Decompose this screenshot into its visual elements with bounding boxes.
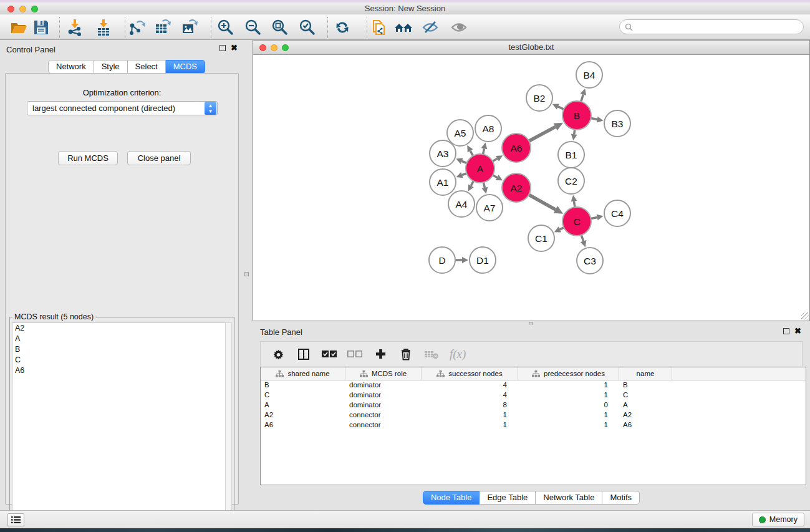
table-row[interactable]: Bdominator41B [261,380,806,390]
graph-node-label: A7 [484,203,496,213]
column-visibility-icon[interactable] [296,347,311,362]
search-field[interactable] [619,19,804,34]
close-panel-button[interactable]: Close panel [127,151,191,165]
table-cell: A2 [619,410,672,420]
tab-network[interactable]: Network [48,60,94,74]
tab-network-table[interactable]: Network Table [536,491,602,505]
table-cell: 4 [422,390,518,400]
duplicate-network-icon[interactable] [369,17,389,37]
show-details-icon[interactable] [449,17,469,37]
mcds-result-item[interactable]: A [12,334,226,344]
node-table[interactable]: shared nameMCDS rolesuccessor nodesprede… [260,367,806,485]
select-all-icon[interactable] [322,347,337,362]
network-window-titlebar[interactable]: testGlobe.txt [253,41,809,55]
home-networks-icon[interactable] [393,17,413,37]
mcds-result-item[interactable]: A6 [12,365,226,376]
run-mcds-button[interactable]: Run MCDS [58,151,118,165]
network-graph[interactable]: AA1A2A3A4A5A6A7A8BB1B2B3B4CC1C2C3C4DD1 [253,55,809,321]
delete-table-icon [424,347,439,362]
mcds-result-item[interactable]: A2 [12,323,226,334]
tab-edge-table[interactable]: Edge Table [480,491,536,505]
graph-node-label: C2 [565,176,577,186]
deselect-all-icon[interactable] [347,347,362,362]
vertical-split-grip[interactable] [244,272,249,276]
save-session-icon[interactable] [31,17,51,37]
table-cell: 1 [518,390,619,400]
zoom-selected-icon[interactable] [297,17,317,37]
table-cell: C [261,390,345,400]
zoom-in-icon[interactable] [215,17,235,37]
network-maximize-button[interactable] [282,44,289,51]
table-settings-icon[interactable] [271,347,286,362]
memory-button[interactable]: Memory [752,513,804,526]
mcds-result-title: MCDS result (5 nodes) [12,312,95,321]
memory-label: Memory [769,515,798,524]
toolbar-separator [211,17,211,38]
export-table-icon[interactable] [153,17,173,37]
control-panel-tabs: NetworkStyleSelectMCDS [48,60,205,74]
add-column-icon[interactable] [373,347,388,362]
network-canvas[interactable]: AA1A2A3A4A5A6A7A8BB1B2B3B4CC1C2C3C4DD1 [253,55,809,321]
close-panel-icon[interactable]: ✖ [231,45,238,51]
application-window: Session: New Session [0,0,810,532]
tab-mcds[interactable]: MCDS [166,60,205,74]
import-table-icon[interactable] [94,17,113,37]
session-titlebar: Session: New Session [0,2,810,14]
mcds-result-group: MCDS result (5 nodes) A2ABCA6 [9,317,234,529]
window-resize-grip[interactable] [801,312,809,320]
column-header-label: predecessor nodes [544,370,605,377]
column-header-name[interactable]: name [619,367,672,380]
criterion-dropdown[interactable]: largest connected component (directed) ▲… [27,101,218,115]
table-row[interactable]: A2connector11A2 [261,410,806,420]
table-row[interactable]: Adominator80A [261,400,806,410]
task-history-button[interactable] [7,513,24,526]
control-panel-window-buttons: ✖ [219,45,238,51]
column-header-label: successor nodes [448,370,502,377]
import-network-icon[interactable] [65,17,85,37]
float-panel-icon[interactable] [219,45,226,51]
close-window-button[interactable] [7,6,14,12]
network-minimize-button[interactable] [271,44,277,51]
table-row[interactable]: Cdominator41C [261,390,806,400]
graph-edge-arrowhead [481,187,488,194]
graph-node-label: D [438,255,445,266]
tab-style[interactable]: Style [94,60,128,74]
dropdown-stepper-icon: ▲▼ [205,102,216,115]
graph-node-label: C1 [535,233,547,244]
float-panel-icon[interactable] [783,328,789,334]
tab-select[interactable]: Select [128,60,166,74]
mcds-result-item[interactable]: C [12,355,226,365]
tab-motifs[interactable]: Motifs [602,491,640,505]
search-input[interactable] [636,22,803,31]
export-network-icon[interactable] [127,17,147,37]
open-file-icon[interactable] [9,17,29,37]
table-row[interactable]: A6connector11A6 [261,420,806,430]
table-panel-title: Table Panel [260,327,302,337]
graph-node-label: B3 [612,118,624,129]
export-image-icon[interactable] [180,17,200,37]
hide-details-icon[interactable] [420,17,440,37]
graph-node-label: D1 [476,255,489,266]
toolbar-separator [125,17,125,38]
minimize-window-button[interactable] [19,6,26,12]
network-close-button[interactable] [259,44,266,51]
close-panel-icon[interactable]: ✖ [794,328,801,334]
tab-node-table[interactable]: Node Table [423,491,480,505]
mcds-result-list[interactable]: A2ABCA6 [12,322,226,526]
column-header-successor-nodes[interactable]: successor nodes [422,367,518,380]
column-header-shared-name[interactable]: shared name [261,367,345,380]
graph-node-label: B4 [584,70,595,80]
column-header-predecessor-nodes[interactable]: predecessor nodes [518,367,619,380]
delete-column-icon[interactable] [398,347,413,362]
graph-edge-arrowhead [571,195,577,202]
refresh-icon[interactable] [332,17,352,37]
mcds-result-item[interactable]: B [12,344,226,355]
maximize-window-button[interactable] [31,6,38,12]
graph-edge-arrowhead [571,134,577,141]
toolbar-separator [327,17,328,38]
table-panel: Table Panel ✖ [253,325,810,509]
zoom-fit-icon[interactable] [269,17,289,37]
column-header-MCDS-role[interactable]: MCDS role [345,367,422,380]
zoom-out-icon[interactable] [243,17,263,37]
mcds-list-scrollbar[interactable] [225,322,232,526]
